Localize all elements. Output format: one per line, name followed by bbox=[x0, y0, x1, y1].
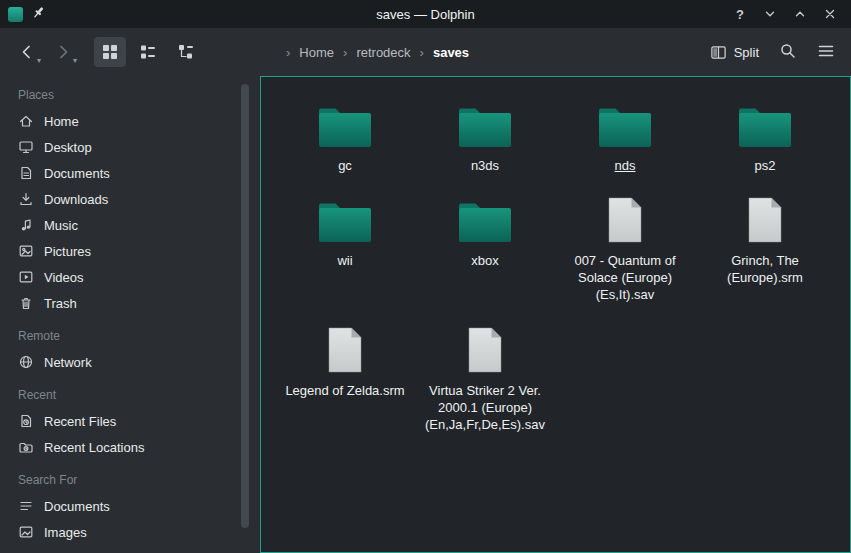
folder-nds[interactable]: nds bbox=[555, 87, 695, 174]
file-label: Grinch, The (Europe).srm bbox=[701, 252, 829, 286]
sidebar-item-label: Documents bbox=[44, 499, 110, 514]
app-icon bbox=[8, 7, 23, 22]
folder-icon bbox=[317, 188, 373, 244]
icons-view-button[interactable] bbox=[94, 37, 126, 67]
sidebar-item-network[interactable]: Network bbox=[10, 349, 260, 375]
file-grid: gc n3ds nds ps2 bbox=[275, 87, 850, 433]
sidebar-item-desktop[interactable]: Desktop bbox=[10, 134, 260, 160]
folder-wii[interactable]: wii bbox=[275, 182, 415, 269]
search-icon bbox=[779, 42, 797, 60]
forward-dropdown-icon[interactable]: ▾ bbox=[73, 57, 77, 65]
file-label: wii bbox=[337, 252, 352, 269]
recent-locations-icon bbox=[18, 439, 34, 455]
sidebar-item-label: Desktop bbox=[44, 140, 92, 155]
minimize-button[interactable] bbox=[761, 5, 779, 23]
sidebar-item-pictures[interactable]: Pictures bbox=[10, 238, 260, 264]
file-virtua-striker[interactable]: Virtua Striker 2 Ver. 2000.1 (Europe) (E… bbox=[415, 312, 555, 433]
details-view-button[interactable] bbox=[170, 37, 202, 67]
sidebar-item-recent-files[interactable]: Recent Files bbox=[10, 408, 260, 434]
sidebar-item-downloads[interactable]: Downloads bbox=[10, 186, 260, 212]
section-header-places: Places bbox=[18, 88, 260, 102]
view-mode-buttons bbox=[94, 37, 202, 67]
breadcrumb: › Home › retrodeck › saves bbox=[286, 45, 469, 60]
file-legend-of-zelda[interactable]: Legend of Zelda.srm bbox=[275, 312, 415, 399]
file-label: nds bbox=[615, 157, 636, 174]
places-panel: Places Home Desktop Documents Downloads … bbox=[0, 76, 260, 553]
folder-ps2[interactable]: ps2 bbox=[695, 87, 835, 174]
close-button[interactable] bbox=[821, 5, 839, 23]
video-icon bbox=[18, 269, 34, 285]
sidebar-item-label: Videos bbox=[44, 270, 84, 285]
sidebar-item-label: Downloads bbox=[44, 192, 108, 207]
titlebar-controls: ? bbox=[731, 5, 851, 23]
section-header-search-for: Search For bbox=[18, 473, 260, 487]
file-007-quantum-of-solace[interactable]: 007 - Quantum of Solace (Europe) (Es,It)… bbox=[555, 182, 695, 303]
sidebar-item-label: Recent Locations bbox=[44, 440, 144, 455]
file-label: n3ds bbox=[471, 157, 499, 174]
sidebar-item-home[interactable]: Home bbox=[10, 108, 260, 134]
folder-gc[interactable]: gc bbox=[275, 87, 415, 174]
toolbar-right: Split bbox=[710, 42, 851, 63]
document-list-icon bbox=[18, 498, 34, 514]
file-icon bbox=[606, 188, 644, 244]
sidebar-item-search-audio[interactable]: Audio bbox=[10, 545, 260, 553]
sidebar-item-label: Pictures bbox=[44, 244, 91, 259]
sidebar-item-label: Music bbox=[44, 218, 78, 233]
file-label: gc bbox=[338, 157, 352, 174]
document-icon bbox=[18, 165, 34, 181]
section-header-remote: Remote bbox=[18, 329, 260, 343]
sidebar-item-trash[interactable]: Trash bbox=[10, 290, 260, 316]
search-button[interactable] bbox=[779, 42, 797, 63]
sidebar-item-search-images[interactable]: Images bbox=[10, 519, 260, 545]
sidebar-item-videos[interactable]: Videos bbox=[10, 264, 260, 290]
breadcrumb-retrodeck[interactable]: retrodeck bbox=[356, 45, 410, 60]
file-label: ps2 bbox=[755, 157, 776, 174]
sidebar-item-recent-locations[interactable]: Recent Locations bbox=[10, 434, 260, 460]
sidebar-item-search-documents[interactable]: Documents bbox=[10, 493, 260, 519]
file-icon bbox=[746, 188, 784, 244]
titlebar-left bbox=[0, 5, 46, 23]
music-note-icon bbox=[18, 217, 34, 233]
compact-view-icon bbox=[139, 43, 157, 61]
maximize-button[interactable] bbox=[791, 5, 809, 23]
recent-files-icon bbox=[18, 413, 34, 429]
file-label: 007 - Quantum of Solace (Europe) (Es,It)… bbox=[561, 252, 689, 303]
folder-view[interactable]: gc n3ds nds ps2 bbox=[260, 76, 851, 553]
window-title: saves — Dolphin bbox=[0, 7, 851, 22]
sidebar-item-label: Home bbox=[44, 114, 79, 129]
pin-icon[interactable] bbox=[31, 5, 46, 23]
split-button-label: Split bbox=[734, 45, 759, 60]
dolphin-window: saves — Dolphin ? ▾ ▾ bbox=[0, 0, 851, 553]
folder-icon bbox=[457, 93, 513, 149]
file-icon bbox=[466, 318, 504, 374]
sidebar-item-label: Documents bbox=[44, 166, 110, 181]
forward-button[interactable]: ▾ bbox=[48, 37, 78, 67]
split-view-icon bbox=[710, 44, 727, 61]
breadcrumb-separator-icon: › bbox=[343, 45, 347, 60]
toolbar: ▾ ▾ bbox=[0, 28, 851, 76]
details-view-icon bbox=[177, 43, 195, 61]
file-grinch-the[interactable]: Grinch, The (Europe).srm bbox=[695, 182, 835, 286]
folder-icon bbox=[737, 93, 793, 149]
back-dropdown-icon[interactable]: ▾ bbox=[37, 57, 41, 65]
back-button[interactable]: ▾ bbox=[12, 37, 42, 67]
sidebar-item-documents[interactable]: Documents bbox=[10, 160, 260, 186]
split-button[interactable]: Split bbox=[710, 44, 759, 61]
compact-view-button[interactable] bbox=[132, 37, 164, 67]
trash-icon bbox=[18, 295, 34, 311]
sidebar-scrollbar[interactable] bbox=[241, 84, 249, 528]
folder-n3ds[interactable]: n3ds bbox=[415, 87, 555, 174]
home-icon bbox=[18, 113, 34, 129]
file-label: Virtua Striker 2 Ver. 2000.1 (Europe) (E… bbox=[421, 382, 549, 433]
globe-icon bbox=[18, 354, 34, 370]
hamburger-menu-button[interactable] bbox=[817, 42, 835, 63]
image-search-icon bbox=[18, 524, 34, 540]
breadcrumb-home[interactable]: Home bbox=[299, 45, 334, 60]
breadcrumb-saves[interactable]: saves bbox=[433, 45, 469, 60]
help-button[interactable]: ? bbox=[731, 5, 749, 23]
folder-xbox[interactable]: xbox bbox=[415, 182, 555, 269]
sidebar-item-music[interactable]: Music bbox=[10, 212, 260, 238]
download-icon bbox=[18, 191, 34, 207]
file-label: xbox bbox=[471, 252, 498, 269]
section-header-recent: Recent bbox=[18, 388, 260, 402]
